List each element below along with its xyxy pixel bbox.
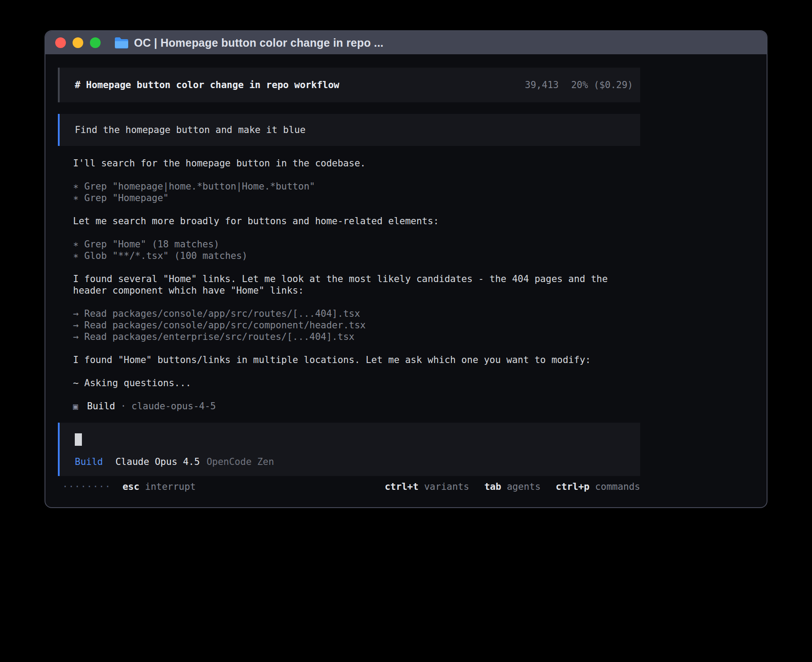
context-usage: 20% ($0.29): [571, 80, 633, 90]
shortcut-variants: ctrl+t variants: [385, 481, 469, 492]
terminal-window: OC | Homepage button color change in rep…: [45, 30, 767, 508]
tool-call: ∗ Grep "Homepage": [73, 192, 640, 204]
shortcut-agents: tab agents: [484, 481, 540, 492]
text-cursor: [75, 433, 82, 446]
user-message: Find the homepage button and make it blu…: [58, 114, 640, 146]
titlebar: OC | Homepage button color change in rep…: [45, 31, 767, 54]
tool-call-group: → Read packages/console/app/src/routes/[…: [73, 308, 640, 343]
zoom-button[interactable]: [90, 37, 101, 48]
assistant-paragraph: I'll search for the homepage button in t…: [73, 157, 640, 169]
tool-call: → Read packages/console/app/src/routes/[…: [73, 308, 640, 319]
token-count: 39,413: [525, 80, 559, 90]
spinner-dots: ········: [62, 481, 111, 492]
asterisk-icon: ∗: [73, 193, 79, 203]
asterisk-icon: ∗: [73, 250, 79, 261]
esc-key: esc: [122, 481, 139, 492]
user-message-text: Find the homepage button and make it blu…: [75, 125, 305, 135]
agent-model: claude-opus-4-5: [131, 400, 216, 412]
tool-call-group: ∗ Grep "homepage|home.*button|Home.*butt…: [73, 181, 640, 204]
tool-call: ∗ Grep "Home" (18 matches): [73, 238, 640, 250]
tool-call: → Read packages/enterprise/src/routes/[.…: [73, 331, 640, 343]
shortcut-commands: ctrl+p commands: [556, 481, 640, 492]
tool-call-group: ∗ Grep "Home" (18 matches) ∗ Glob "**/*.…: [73, 238, 640, 262]
shortcut-interrupt: esc interrupt: [122, 481, 195, 492]
tool-call: ∗ Grep "homepage|home.*button|Home.*butt…: [73, 181, 640, 192]
input-area[interactable]: Build Claude Opus 4.5 OpenCode Zen: [58, 423, 640, 476]
close-button[interactable]: [55, 37, 66, 48]
assistant-paragraph: I found several "Home" links. Let me loo…: [73, 273, 640, 296]
asterisk-icon: ∗: [73, 239, 79, 250]
assistant-paragraph: Let me search more broadly for buttons a…: [73, 215, 640, 227]
shortcut-hints: ctrl+t variants tab agents ctrl+p comman…: [385, 481, 640, 492]
assistant-paragraph: I found "Home" buttons/links in multiple…: [73, 354, 640, 366]
tool-call: ∗ Glob "**/*.tsx" (100 matches): [73, 250, 640, 262]
session-header: # Homepage button color change in repo w…: [58, 68, 640, 102]
status-line: ~ Asking questions...: [73, 377, 640, 389]
esc-label: interrupt: [145, 481, 196, 492]
input-model: Claude Opus 4.5: [115, 456, 200, 467]
agent-badge: ▣ Build · claude-opus-4-5: [73, 400, 640, 412]
arrow-right-icon: →: [73, 331, 79, 342]
session-title: # Homepage button color change in repo w…: [75, 80, 339, 90]
agent-icon: ▣: [73, 400, 78, 412]
input-provider: OpenCode Zen: [207, 456, 274, 467]
arrow-right-icon: →: [73, 320, 79, 331]
asterisk-icon: ∗: [73, 181, 79, 192]
tool-call: → Read packages/console/app/src/componen…: [73, 319, 640, 331]
minimize-button[interactable]: [73, 37, 83, 48]
session-stats: 39,413 20% ($0.29): [525, 80, 633, 90]
status-bar: ········ esc interrupt ctrl+t variants t…: [58, 481, 640, 492]
arrow-right-icon: →: [73, 308, 79, 319]
agent-name: Build: [87, 400, 115, 412]
input-mode: Build: [75, 456, 103, 467]
dot-separator: ·: [121, 400, 126, 412]
window-title: OC | Homepage button color change in rep…: [134, 36, 383, 49]
folder-icon: [114, 37, 129, 48]
input-meta: Build Claude Opus 4.5 OpenCode Zen: [75, 456, 627, 467]
